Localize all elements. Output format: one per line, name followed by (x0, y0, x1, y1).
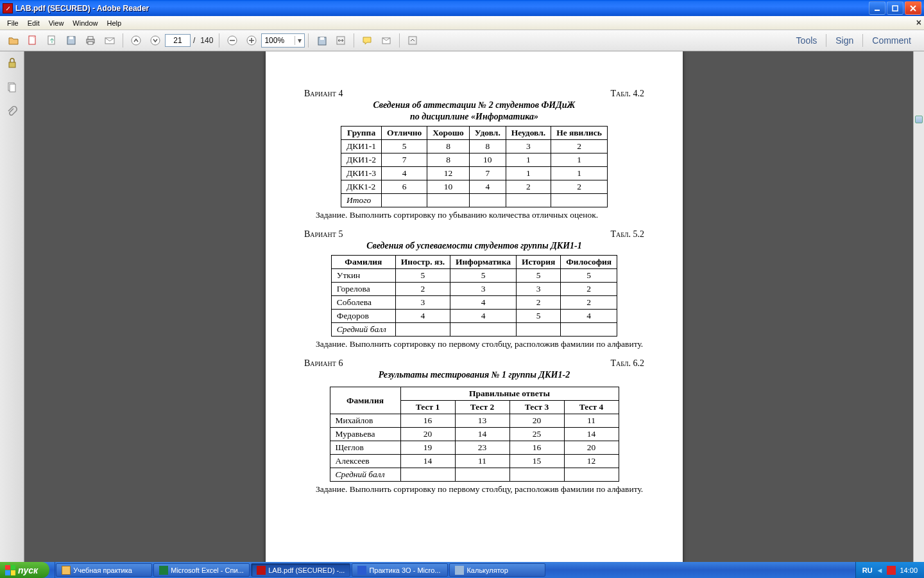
table-row: Уткин5555 (331, 269, 617, 283)
close-document-button[interactable]: × (916, 17, 921, 28)
attachments-icon[interactable] (4, 104, 20, 119)
zoom-in-button[interactable] (243, 32, 261, 49)
menu-help[interactable]: Help (102, 18, 126, 28)
toolbar-separator (219, 33, 219, 48)
kaspersky-icon[interactable] (887, 566, 896, 575)
share-button[interactable] (377, 32, 395, 49)
table-v5: ФамилияИностр. яз.ИнформатикаИсторияФило… (331, 255, 617, 337)
menu-file[interactable]: File (3, 18, 23, 28)
read-mode-button[interactable] (404, 32, 422, 49)
save-button[interactable] (62, 32, 80, 49)
create-pdf-button[interactable] (24, 32, 42, 49)
clock[interactable]: 14:00 (900, 566, 918, 574)
folder-icon (62, 566, 71, 575)
snapshot-button[interactable] (312, 32, 330, 49)
document-viewport[interactable]: Вариант 4Табл. 4.2 Сведения об аттестаци… (24, 51, 924, 562)
adobe-reader-icon: ⟋ (3, 3, 13, 13)
page-up-button[interactable] (127, 32, 145, 49)
table-row: Федоров4454 (331, 310, 617, 323)
windows-taskbar: пуск Учебная практика Microsoft Excel - … (0, 562, 924, 578)
task-v6: Задание. Выполнить сортировку по первому… (304, 484, 644, 495)
open-file-button[interactable] (4, 32, 22, 49)
svg-rect-7 (69, 37, 73, 39)
svg-point-12 (132, 36, 141, 45)
vertical-scrollbar[interactable] (913, 51, 924, 562)
system-tray[interactable]: RU ◄ 14:00 (855, 562, 924, 578)
table-4-ref: Табл. 4.2 (610, 89, 644, 99)
toolbar-separator (399, 33, 400, 48)
security-icon[interactable] (4, 55, 20, 71)
pdf-icon (257, 566, 266, 575)
fit-width-button[interactable] (332, 32, 350, 49)
page-total: 140 (200, 36, 213, 45)
window-titlebar: ⟋ LAB.pdf (SECURED) - Adobe Reader (0, 0, 924, 16)
doc-v6-title: Результаты тестирования № 1 группы ДКИ1-… (304, 370, 644, 380)
tray-icon[interactable]: ◄ (877, 566, 884, 574)
table-footer: Итого (341, 194, 608, 207)
toolbar: / 140 100%▾ Tools Sign Comment (0, 30, 924, 51)
page-down-button[interactable] (146, 32, 164, 49)
quick-launch (49, 562, 55, 578)
taskbar-item-calc[interactable]: Калькулятор (449, 563, 545, 577)
svg-rect-24 (9, 62, 15, 67)
window-minimize-button[interactable] (869, 1, 886, 15)
zoom-value: 100% (264, 36, 284, 45)
taskbar-item-excel[interactable]: Microsoft Excel - Спи... (153, 563, 250, 577)
toolbar-separator (354, 33, 354, 48)
window-close-button[interactable] (905, 1, 921, 15)
task-v4: Задание. Выполнить сортировку по убывани… (304, 210, 644, 220)
zoom-select[interactable]: 100%▾ (261, 33, 305, 48)
print-button[interactable] (81, 32, 99, 49)
table-row: Соболева3422 (331, 296, 617, 310)
menu-window[interactable]: Window (68, 18, 102, 28)
taskbar-item-word[interactable]: Практика 3О - Micro... (352, 563, 448, 577)
table-row: ДКИ1-158832 (341, 140, 608, 153)
windows-logo-icon (5, 565, 15, 575)
calculator-icon (455, 566, 464, 575)
comment-panel-button[interactable]: Comment (863, 33, 920, 48)
sign-panel-button[interactable]: Sign (826, 33, 862, 48)
tools-panel-button[interactable]: Tools (787, 33, 826, 48)
task-v5: Задание. Выполнить сортировку по первому… (304, 339, 644, 349)
svg-rect-26 (10, 84, 15, 92)
variant-4-label: Вариант 4 (304, 89, 343, 99)
menubar: File Edit View Window Help × (0, 16, 924, 30)
toolbar-separator (123, 33, 123, 48)
menu-edit[interactable]: Edit (23, 18, 44, 28)
table-footer: Средний балл (330, 468, 619, 482)
thumbnails-icon[interactable] (4, 80, 20, 95)
svg-rect-9 (88, 37, 93, 39)
language-indicator[interactable]: RU (862, 566, 873, 574)
svg-rect-23 (409, 37, 416, 44)
word-icon (357, 566, 366, 575)
variant-6-label: Вариант 6 (304, 358, 343, 369)
table-row: ДКИ1-2781011 (341, 153, 608, 167)
page-separator: / (193, 36, 195, 45)
comment-tool-button[interactable] (358, 32, 376, 49)
table-footer: Средний балл (331, 323, 617, 337)
convert-button[interactable] (43, 32, 61, 49)
pdf-page: Вариант 4Табл. 4.2 Сведения об аттестаци… (266, 51, 683, 562)
svg-point-13 (151, 36, 160, 45)
start-button[interactable]: пуск (0, 562, 49, 578)
email-button[interactable] (101, 32, 119, 49)
window-maximize-button[interactable] (887, 1, 903, 15)
taskbar-item-pdf[interactable]: LAB.pdf (SECURED) -... (251, 563, 350, 577)
zoom-out-button[interactable] (223, 32, 241, 49)
table-5-ref: Табл. 5.2 (610, 229, 644, 240)
variant-5-label: Вариант 5 (304, 229, 343, 240)
navigation-rail (0, 51, 24, 562)
svg-rect-20 (320, 37, 324, 40)
taskbar-item-folder[interactable]: Учебная практика (56, 563, 152, 577)
page-number-input[interactable] (165, 34, 191, 47)
table-row: Алексеев14111512 (330, 455, 619, 468)
table-row: ДКИ1-3412711 (341, 167, 608, 180)
table-v4: ГруппаОтличноХорошоУдовл.Неудовл.Не явил… (341, 126, 608, 207)
scrollbar-thumb[interactable] (915, 116, 923, 123)
svg-rect-10 (88, 42, 93, 44)
doc-v4-title2: по дисциплине «Информатика» (304, 112, 644, 122)
svg-rect-1 (893, 6, 898, 11)
menu-view[interactable]: View (44, 18, 69, 28)
table-row: Муравьева20142514 (330, 428, 619, 441)
window-title: LAB.pdf (SECURED) - Adobe Reader (15, 4, 149, 13)
